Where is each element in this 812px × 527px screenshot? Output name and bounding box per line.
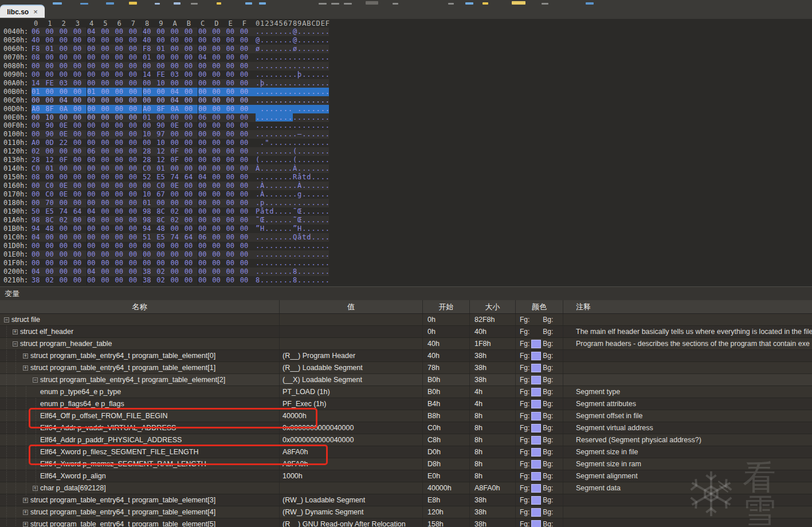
hex-byte[interactable]: 12 bbox=[156, 156, 170, 164]
hex-row[interactable]: 0090h:000000000000000014FE030000000000..… bbox=[0, 70, 329, 79]
hex-row[interactable]: 0200h:04000000040000003802000000000000..… bbox=[0, 268, 329, 276]
hex-byte[interactable]: 00 bbox=[73, 130, 87, 139]
hex-byte[interactable]: 00 bbox=[87, 130, 101, 139]
hex-byte[interactable]: 00 bbox=[212, 121, 226, 130]
hex-byte[interactable]: 00 bbox=[45, 250, 59, 259]
hex-byte[interactable]: 00 bbox=[60, 233, 73, 242]
hex-byte[interactable]: 01 bbox=[156, 164, 170, 173]
hex-byte[interactable]: 00 bbox=[240, 105, 254, 113]
hex-byte[interactable]: C0 bbox=[45, 182, 59, 190]
hex-byte[interactable]: 00 bbox=[171, 27, 185, 36]
hex-byte[interactable]: 00 bbox=[101, 45, 115, 53]
hex-byte[interactable]: 00 bbox=[212, 113, 226, 122]
hex-byte[interactable]: 00 bbox=[32, 182, 45, 190]
hex-byte[interactable]: 04 bbox=[87, 268, 101, 276]
fg-color-swatch[interactable] bbox=[531, 364, 541, 372]
hex-byte[interactable]: 00 bbox=[115, 88, 129, 96]
hex-byte[interactable]: 00 bbox=[240, 53, 254, 62]
hex-byte[interactable]: 0E bbox=[60, 130, 73, 139]
hex-byte[interactable]: 00 bbox=[171, 276, 185, 285]
hex-byte[interactable]: 00 bbox=[171, 36, 185, 45]
hex-byte[interactable]: 0E bbox=[60, 182, 73, 190]
hex-row[interactable]: 0050h:40000000000000004000000000000000@.… bbox=[0, 36, 329, 45]
hex-byte[interactable]: 94 bbox=[143, 225, 156, 233]
hex-byte[interactable]: 00 bbox=[212, 27, 226, 36]
hex-byte[interactable]: 00 bbox=[198, 105, 212, 113]
hex-byte[interactable]: 02 bbox=[156, 268, 170, 276]
hex-byte[interactable]: 00 bbox=[212, 156, 226, 164]
hex-byte[interactable]: 00 bbox=[226, 105, 240, 113]
hex-byte[interactable]: 00 bbox=[171, 268, 185, 276]
hex-byte[interactable]: 00 bbox=[171, 225, 185, 233]
hex-byte[interactable]: 00 bbox=[115, 79, 129, 88]
fg-color-swatch[interactable] bbox=[531, 424, 541, 432]
fg-color-swatch[interactable] bbox=[531, 340, 541, 348]
hex-byte[interactable]: 00 bbox=[73, 121, 87, 130]
hex-byte[interactable]: 00 bbox=[101, 113, 115, 122]
ascii-text[interactable]: ........8....... bbox=[254, 268, 329, 276]
hex-byte[interactable]: 00 bbox=[185, 36, 198, 45]
hex-byte[interactable]: 00 bbox=[73, 268, 87, 276]
hex-byte[interactable]: 00 bbox=[171, 113, 185, 122]
ascii-text[interactable]: ........@....... bbox=[254, 27, 329, 36]
hex-byte[interactable]: 00 bbox=[185, 250, 198, 259]
hex-byte[interactable]: 00 bbox=[240, 182, 254, 190]
hex-byte[interactable]: 38 bbox=[143, 276, 156, 285]
fg-color-swatch[interactable] bbox=[531, 412, 541, 420]
hex-byte[interactable]: 00 bbox=[129, 190, 143, 199]
hex-byte[interactable]: 00 bbox=[73, 156, 87, 164]
hex-byte[interactable]: 00 bbox=[101, 36, 115, 45]
hex-byte[interactable]: 00 bbox=[73, 250, 87, 259]
hex-byte[interactable]: 00 bbox=[185, 105, 198, 113]
hex-byte[interactable]: 00 bbox=[101, 53, 115, 62]
hex-byte[interactable]: 00 bbox=[45, 173, 59, 182]
fg-color-swatch[interactable] bbox=[531, 460, 541, 469]
hex-byte[interactable]: 00 bbox=[156, 88, 170, 96]
hex-byte[interactable]: 00 bbox=[226, 121, 240, 130]
variable-row[interactable]: +struct program_table_entry64_t program_… bbox=[0, 518, 812, 527]
hex-byte[interactable]: 00 bbox=[129, 233, 143, 242]
variable-row[interactable]: Elf64_Xword p_filesz_SEGMENT_FILE_LENGTH… bbox=[0, 446, 812, 458]
hex-byte[interactable]: 00 bbox=[198, 164, 212, 173]
hex-byte[interactable]: 00 bbox=[115, 27, 129, 36]
hex-byte[interactable]: 00 bbox=[129, 88, 143, 96]
hex-byte[interactable]: 00 bbox=[226, 216, 240, 225]
hex-byte[interactable]: 00 bbox=[129, 53, 143, 62]
hex-byte[interactable]: 64 bbox=[185, 233, 198, 242]
expand-icon[interactable]: + bbox=[23, 498, 28, 503]
hex-byte[interactable]: 00 bbox=[73, 96, 87, 105]
hex-byte[interactable]: 00 bbox=[212, 139, 226, 147]
variable-row[interactable]: +char p_data[692128]40000hA8FA0hFg:Bg:Se… bbox=[0, 482, 812, 494]
hex-byte[interactable]: 38 bbox=[32, 276, 45, 285]
ascii-text[interactable]: ........Qåtd.... bbox=[254, 233, 329, 242]
hex-byte[interactable]: 74 bbox=[60, 207, 73, 216]
hex-byte[interactable]: 0F bbox=[171, 147, 185, 156]
ascii-text[interactable]: ................ bbox=[254, 96, 329, 105]
ascii-text[interactable]: ................ bbox=[254, 242, 329, 250]
hex-byte[interactable]: 00 bbox=[73, 70, 87, 79]
hex-byte[interactable]: 00 bbox=[198, 199, 212, 207]
hex-row[interactable]: 01F0h:00000000000000000000000000000000..… bbox=[0, 259, 329, 268]
hex-byte[interactable]: 00 bbox=[185, 242, 198, 250]
hex-byte[interactable]: 01 bbox=[45, 164, 59, 173]
hex-byte[interactable]: 00 bbox=[101, 147, 115, 156]
hex-byte[interactable]: 00 bbox=[129, 139, 143, 147]
hex-byte[interactable]: 00 bbox=[240, 113, 254, 122]
hex-byte[interactable]: 00 bbox=[129, 36, 143, 45]
hex-byte[interactable]: 51 bbox=[143, 233, 156, 242]
hex-byte[interactable]: 00 bbox=[185, 45, 198, 53]
ascii-text[interactable]: ................ bbox=[254, 121, 329, 130]
hex-byte[interactable]: 06 bbox=[198, 113, 212, 122]
column-header-value[interactable]: 值 bbox=[280, 300, 423, 313]
hex-byte[interactable]: 04 bbox=[32, 268, 45, 276]
hex-byte[interactable]: 0E bbox=[60, 190, 73, 199]
hex-byte[interactable]: 00 bbox=[212, 268, 226, 276]
hex-byte[interactable]: 00 bbox=[240, 259, 254, 268]
hex-byte[interactable]: 00 bbox=[226, 250, 240, 259]
hex-row[interactable]: 0180h:00700000000000000100000000000000.p… bbox=[0, 199, 329, 207]
variable-row[interactable]: −struct program_header_table40h1F8hFg:Bg… bbox=[0, 338, 812, 350]
hex-byte[interactable]: 00 bbox=[240, 242, 254, 250]
hex-byte[interactable]: 00 bbox=[226, 88, 240, 96]
hex-byte[interactable]: 00 bbox=[240, 121, 254, 130]
hex-byte[interactable]: E5 bbox=[156, 233, 170, 242]
